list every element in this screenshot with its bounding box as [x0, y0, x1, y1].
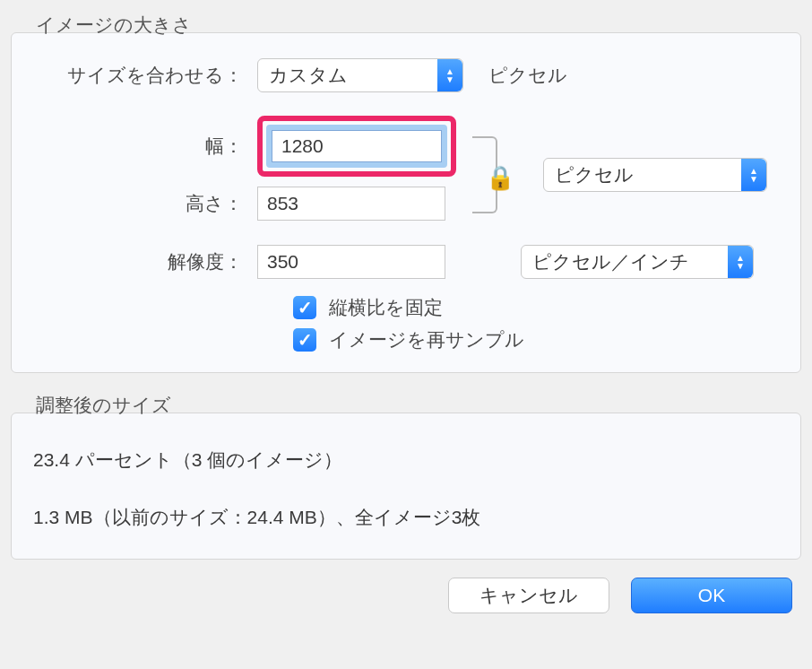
dimension-unit-value: ピクセル [555, 162, 634, 187]
result-section-title: 調整後のサイズ [36, 393, 801, 418]
dimension-unit-select[interactable]: ピクセル [543, 158, 767, 192]
updown-icon [437, 59, 462, 91]
dialog-button-row: キャンセル OK [11, 578, 801, 613]
width-highlight-annotation [257, 116, 456, 177]
width-label: 幅： [24, 134, 257, 159]
resolution-input[interactable] [257, 245, 445, 279]
resolution-unit-value: ピクセル／インチ [532, 249, 689, 274]
cancel-button-label: キャンセル [479, 583, 578, 608]
aspect-lock-indicator: 🔒 [472, 136, 514, 213]
cancel-button[interactable]: キャンセル [448, 578, 609, 613]
fit-select[interactable]: カスタム [257, 58, 463, 92]
resolution-label: 解像度： [24, 249, 257, 274]
fit-unit-label: ピクセル [488, 63, 567, 88]
resolution-unit-select[interactable]: ピクセル／インチ [521, 245, 754, 279]
resample-checkbox-label: イメージを再サンプル [329, 327, 524, 352]
width-focus-ring [266, 125, 447, 168]
image-size-panel: サイズを合わせる： カスタム ピクセル 幅： 高さ： � [11, 32, 801, 373]
lock-icon: 🔒 [486, 164, 514, 192]
height-label: 高さ： [24, 191, 257, 216]
updown-icon [728, 246, 753, 278]
ok-button[interactable]: OK [631, 578, 792, 613]
result-percent-text: 23.4 パーセント（3 個のイメージ） [33, 447, 779, 473]
fit-label: サイズを合わせる： [24, 63, 257, 88]
ok-button-label: OK [698, 585, 725, 606]
result-size-text: 1.3 MB（以前のサイズ：24.4 MB）、全イメージ3枚 [33, 505, 779, 530]
height-input[interactable] [257, 187, 445, 221]
lock-aspect-checkbox-label: 縦横比を固定 [329, 295, 443, 320]
lock-aspect-checkbox[interactable] [293, 296, 316, 319]
resample-checkbox[interactable] [293, 328, 316, 352]
fit-select-value: カスタム [269, 63, 348, 88]
result-panel: 23.4 パーセント（3 個のイメージ） 1.3 MB（以前のサイズ：24.4 … [11, 413, 801, 560]
image-size-section-title: イメージの大きさ [36, 13, 801, 38]
width-input[interactable] [272, 130, 442, 162]
updown-icon [741, 159, 766, 191]
